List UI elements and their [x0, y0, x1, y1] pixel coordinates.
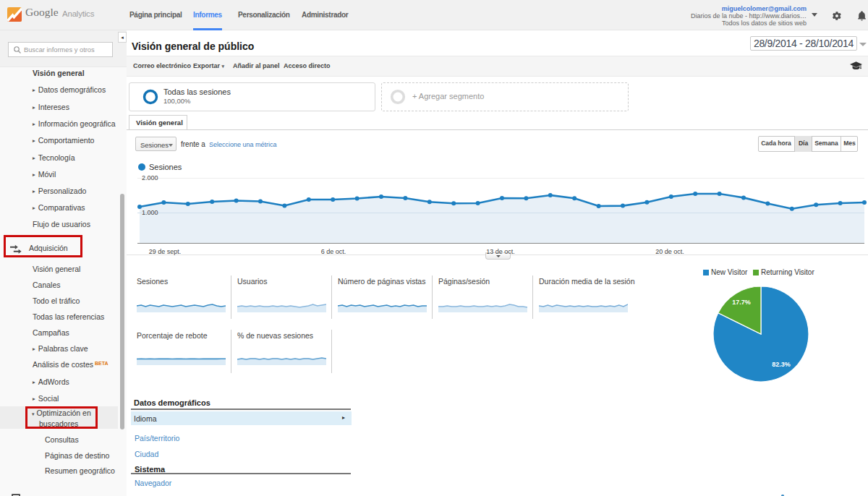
svg-text:17.7%: 17.7%: [732, 299, 751, 306]
svg-text:82.3%: 82.3%: [772, 361, 791, 368]
